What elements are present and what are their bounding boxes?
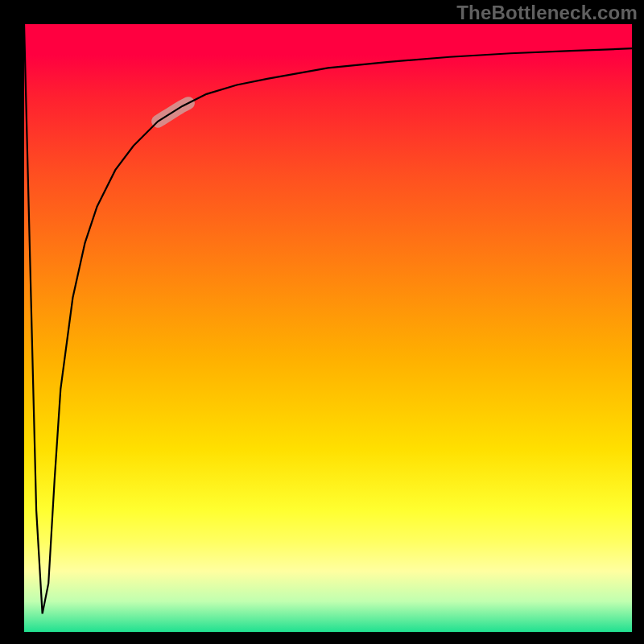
bottleneck-curve <box>24 24 632 613</box>
plot-area <box>24 24 632 632</box>
watermark-text: TheBottleneck.com <box>456 2 638 24</box>
chart-frame: TheBottleneck.com <box>0 0 644 644</box>
curve-svg <box>24 24 632 632</box>
